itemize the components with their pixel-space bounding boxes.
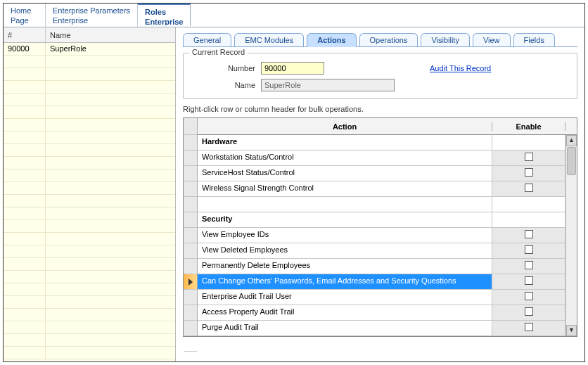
roles-col-num[interactable]: # bbox=[4, 28, 46, 42]
roles-list-row-empty[interactable] bbox=[4, 347, 175, 359]
row-header[interactable] bbox=[184, 305, 197, 321]
row-header[interactable] bbox=[184, 181, 197, 197]
action-enable-cell[interactable] bbox=[492, 243, 565, 258]
row-header[interactable] bbox=[184, 274, 197, 290]
roles-list-row-empty[interactable] bbox=[4, 195, 175, 207]
action-section[interactable]: Hardware bbox=[198, 135, 565, 151]
row-header[interactable] bbox=[184, 259, 197, 274]
number-field[interactable] bbox=[261, 62, 324, 75]
row-header[interactable] bbox=[184, 135, 197, 151]
tab-view[interactable]: View bbox=[473, 33, 511, 46]
enable-checkbox[interactable] bbox=[525, 230, 533, 238]
action-enable-cell[interactable] bbox=[492, 166, 565, 181]
action-enable-cell[interactable] bbox=[492, 290, 565, 305]
audit-link[interactable]: Audit This Record bbox=[430, 64, 491, 72]
action-row[interactable]: Can Change Others' Passwords, Email Addr… bbox=[198, 274, 565, 290]
row-header[interactable] bbox=[184, 290, 197, 305]
roles-list-row-empty[interactable] bbox=[4, 220, 175, 233]
rowhead-corner[interactable] bbox=[184, 118, 197, 135]
roles-list-row[interactable]: 90000SuperRole bbox=[4, 43, 175, 56]
roles-list-row-empty[interactable] bbox=[4, 309, 175, 321]
action-enable-cell[interactable] bbox=[492, 305, 565, 320]
left-pane: # Name 90000SuperRole bbox=[4, 27, 176, 361]
action-enable-cell[interactable] bbox=[492, 151, 565, 165]
tab-operations[interactable]: Operations bbox=[359, 33, 418, 46]
roles-list-row-empty[interactable] bbox=[4, 283, 175, 296]
row-header[interactable] bbox=[184, 321, 197, 336]
action-row[interactable]: View Deleted Employees bbox=[198, 243, 565, 259]
enable-checkbox[interactable] bbox=[525, 323, 533, 331]
action-row[interactable]: Workstation Status/Control bbox=[198, 151, 565, 166]
roles-list-row-empty[interactable] bbox=[4, 81, 175, 94]
action-enable-cell[interactable] bbox=[492, 228, 565, 243]
roles-list-row-empty[interactable] bbox=[4, 296, 175, 309]
roles-list-row-empty[interactable] bbox=[4, 132, 175, 144]
tab-ent-line2: Enterprise bbox=[53, 16, 88, 25]
action-enable-cell[interactable] bbox=[492, 181, 565, 196]
roles-list-row-empty[interactable] bbox=[4, 334, 175, 347]
scroll-thumb[interactable] bbox=[567, 147, 576, 175]
current-record-group: Current Record Number Audit This Record … bbox=[183, 53, 577, 99]
action-section[interactable]: Security bbox=[198, 212, 565, 228]
roles-list-row-empty[interactable] bbox=[4, 245, 175, 258]
tab-fields[interactable]: Fields bbox=[513, 33, 555, 46]
tab-actions[interactable]: Actions bbox=[307, 33, 356, 47]
row-header[interactable] bbox=[184, 197, 197, 212]
enable-checkbox[interactable] bbox=[525, 292, 533, 300]
tab-emc-modules[interactable]: EMC Modules bbox=[234, 33, 304, 46]
action-row[interactable]: Purge Audit Trail bbox=[198, 321, 565, 336]
action-row[interactable]: Access Property Audit Trail bbox=[198, 305, 565, 321]
bulk-hint: Right-click row or column header for bul… bbox=[183, 105, 577, 113]
action-row[interactable]: Permanently Delete Employees bbox=[198, 259, 565, 274]
roles-list-row-empty[interactable] bbox=[4, 144, 175, 157]
row-header[interactable] bbox=[184, 212, 197, 228]
roles-list-row-empty[interactable] bbox=[4, 271, 175, 283]
actions-grid-header[interactable]: Action Enable bbox=[198, 118, 577, 135]
roles-list-row-empty[interactable] bbox=[4, 258, 175, 271]
actions-row-headers bbox=[184, 118, 198, 336]
action-enable-cell[interactable] bbox=[492, 259, 565, 274]
enable-checkbox[interactable] bbox=[525, 245, 533, 254]
roles-list-row-empty[interactable] bbox=[4, 182, 175, 195]
vertical-scrollbar[interactable]: ▲ ▼ bbox=[565, 135, 577, 336]
roles-list-row-empty[interactable] bbox=[4, 68, 175, 81]
scroll-down-icon[interactable]: ▼ bbox=[566, 325, 577, 336]
roles-list-header[interactable]: # Name bbox=[4, 27, 175, 43]
roles-list-row-empty[interactable] bbox=[4, 233, 175, 245]
action-row[interactable]: ServiceHost Status/Control bbox=[198, 166, 565, 181]
action-row[interactable]: Wireless Signal Strength Control bbox=[198, 181, 565, 197]
row-header[interactable] bbox=[184, 228, 197, 243]
enable-checkbox[interactable] bbox=[525, 261, 533, 269]
roles-list-row-empty[interactable] bbox=[4, 56, 175, 68]
action-enable-cell[interactable] bbox=[492, 274, 565, 289]
col-action[interactable]: Action bbox=[198, 122, 492, 131]
scroll-up-icon[interactable]: ▲ bbox=[566, 135, 577, 146]
row-header[interactable] bbox=[184, 336, 197, 352]
tab-visibility[interactable]: Visibility bbox=[421, 33, 470, 46]
roles-list-row-empty[interactable] bbox=[4, 94, 175, 106]
tab-home[interactable]: Home Page bbox=[4, 4, 46, 27]
enable-checkbox[interactable] bbox=[525, 276, 533, 285]
tab-general[interactable]: General bbox=[183, 33, 231, 46]
action-row[interactable]: Enterprise Audit Trail User bbox=[198, 290, 565, 305]
tab-enterprise-params[interactable]: Enterprise Parameters Enterprise bbox=[46, 4, 138, 27]
enable-checkbox[interactable] bbox=[525, 184, 533, 192]
roles-list-row-empty[interactable] bbox=[4, 207, 175, 220]
action-row[interactable]: View Employee IDs bbox=[198, 228, 565, 243]
action-row[interactable] bbox=[198, 197, 565, 212]
action-enable-cell[interactable] bbox=[492, 321, 565, 335]
roles-col-name[interactable]: Name bbox=[46, 28, 175, 42]
roles-list-row-empty[interactable] bbox=[4, 106, 175, 119]
row-header[interactable] bbox=[184, 166, 197, 181]
roles-list-row-empty[interactable] bbox=[4, 157, 175, 169]
enable-checkbox[interactable] bbox=[525, 153, 533, 161]
col-enable[interactable]: Enable bbox=[492, 122, 565, 131]
roles-list-row-empty[interactable] bbox=[4, 119, 175, 132]
roles-list-row-empty[interactable] bbox=[4, 321, 175, 334]
row-header[interactable] bbox=[184, 243, 197, 259]
enable-checkbox[interactable] bbox=[525, 168, 533, 177]
tab-roles[interactable]: Roles Enterprise bbox=[138, 4, 191, 27]
enable-checkbox[interactable] bbox=[525, 307, 533, 316]
roles-list-row-empty[interactable] bbox=[4, 169, 175, 182]
row-header[interactable] bbox=[184, 151, 197, 166]
